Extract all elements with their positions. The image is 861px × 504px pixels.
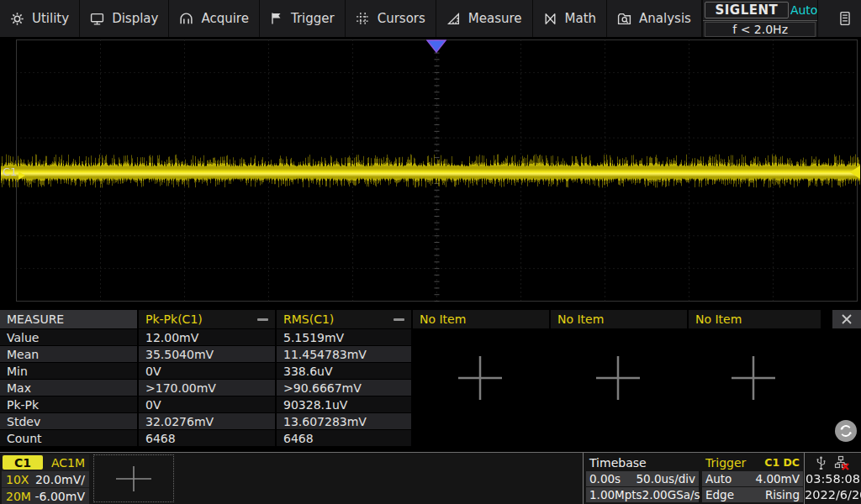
list-icon <box>838 11 852 26</box>
menu-analysis-label: Analysis <box>639 11 691 26</box>
menu-acquire-label: Acquire <box>201 11 249 26</box>
measure-slot-pkpk[interactable]: Pk-Pk(C1) <box>139 310 275 328</box>
channel-offset: -6.00mV <box>35 490 85 503</box>
system-time: 03:58:08 <box>805 471 861 487</box>
menu-analysis[interactable]: Analysis <box>607 0 702 37</box>
trigger-level-marker[interactable] <box>850 165 860 179</box>
menu-math-label: Math <box>565 11 597 26</box>
remove-measure-handle[interactable] <box>394 318 404 321</box>
acquire-icon <box>179 12 193 26</box>
trigger-source: C1 DC <box>764 456 800 469</box>
add-measure-placeholder-icon[interactable] <box>726 351 780 405</box>
measure-panel-title: MEASURE <box>0 310 137 328</box>
close-icon <box>841 313 853 325</box>
divider <box>583 453 584 504</box>
measure-slot-empty-1[interactable]: No Item <box>413 310 549 328</box>
lan-disconnected-icon <box>834 455 851 470</box>
top-menu-bar: Utility Display Acquire Trigger Cursors … <box>0 0 861 37</box>
channel-level-marker[interactable]: C1 <box>3 163 25 180</box>
timebase-scale: 50.0us/div <box>636 472 695 486</box>
trigger-title: Trigger <box>705 456 746 470</box>
add-channel-button[interactable] <box>93 454 174 502</box>
cursors-icon <box>356 12 370 26</box>
trigger-mode: Auto <box>705 472 732 486</box>
trigger-panel[interactable]: Trigger C1 DC Auto 4.00mV Edge Rising <box>702 454 803 502</box>
acquisition-status: Auto <box>790 0 818 20</box>
timebase-memory: 1.00Mpts <box>589 488 642 501</box>
analysis-icon <box>617 12 631 26</box>
channel-bandwidth: 20M <box>6 490 31 503</box>
menu-cursors[interactable]: Cursors <box>346 0 436 37</box>
system-status-box: 03:58:08 2022/6/26 <box>805 453 861 504</box>
channel-marker-arrow-icon <box>18 171 25 180</box>
siglent-logo: SIGLENT <box>705 2 789 18</box>
channel-descriptor-c1[interactable]: C1 AC1M 10X 20.0mV/ 20M -6.00mV <box>2 454 89 502</box>
bottom-status-bar: C1 AC1M 10X 20.0mV/ 20M -6.00mV Timebase… <box>0 452 861 504</box>
display-icon <box>90 12 104 26</box>
waveform-display: C1 <box>0 37 861 302</box>
channel-coupling: AC1M <box>44 456 89 470</box>
flag-icon <box>270 12 283 25</box>
gear-icon <box>10 12 24 26</box>
add-measure-placeholder-icon[interactable] <box>453 351 507 405</box>
trigger-position-marker[interactable] <box>426 39 446 53</box>
close-measure-button[interactable] <box>832 310 861 328</box>
menu-math[interactable]: Math <box>533 0 608 37</box>
trigger-frequency: f < 2.0Hz <box>705 22 816 37</box>
timebase-delay: 0.00s <box>589 472 621 486</box>
measure-slot-rms[interactable]: RMS(C1) <box>277 310 411 328</box>
channel-probe: 10X <box>6 473 29 486</box>
measure-slot-empty-2[interactable]: No Item <box>551 310 687 328</box>
measure-row-stdev: Stdev 32.0276mV 13.607283mV <box>0 413 861 429</box>
channel-menu-button[interactable]: C1 <box>818 0 861 37</box>
system-date: 2022/6/26 <box>805 487 861 503</box>
measure-icon <box>446 12 461 26</box>
measure-slot-empty-3[interactable]: No Item <box>689 310 821 328</box>
oscilloscope-screen: Utility Display Acquire Trigger Cursors … <box>0 0 861 504</box>
math-icon <box>543 12 557 26</box>
menu-trigger-label: Trigger <box>291 11 335 26</box>
timebase-title: Timebase <box>589 456 647 470</box>
menu-display-label: Display <box>112 11 158 26</box>
measure-row-value: Value 12.00mV 5.1519mV <box>0 329 861 345</box>
menu-cursors-label: Cursors <box>378 11 425 26</box>
waveform-grid-canvas <box>0 37 861 302</box>
trigger-level: 4.00mV <box>756 472 800 486</box>
menu-trigger[interactable]: Trigger <box>260 0 346 37</box>
reset-statistics-button[interactable] <box>835 420 857 442</box>
timebase-panel[interactable]: Timebase 0.00s 50.0us/div 1.00Mpts 2.00G… <box>586 454 699 502</box>
acquisition-status-block: SIGLENT Auto f < 2.0Hz <box>702 0 819 37</box>
menu-display[interactable]: Display <box>80 0 169 37</box>
refresh-icon <box>838 423 853 438</box>
trigger-slope: Rising <box>765 488 800 501</box>
remove-measure-handle[interactable] <box>257 318 268 321</box>
plus-icon <box>113 465 155 493</box>
channel-marker-label: C1 <box>3 165 17 178</box>
menu-utility-label: Utility <box>32 11 69 26</box>
measure-row-count: Count 6468 6468 <box>0 430 861 446</box>
channel-badge: C1 <box>3 455 43 470</box>
timebase-sample-rate: 2.00GSa/s <box>642 488 700 501</box>
trigger-type: Edge <box>705 488 734 501</box>
usb-icon <box>815 456 827 470</box>
menu-measure[interactable]: Measure <box>436 0 533 37</box>
measure-header-row: MEASURE Pk-Pk(C1) RMS(C1) No Item No Ite… <box>0 310 861 328</box>
menu-measure-label: Measure <box>468 11 522 26</box>
channel-scale: 20.0mV/ <box>35 473 85 486</box>
menu-utility[interactable]: Utility <box>0 0 80 37</box>
add-measure-placeholder-icon[interactable] <box>591 351 645 405</box>
menu-acquire[interactable]: Acquire <box>169 0 260 37</box>
